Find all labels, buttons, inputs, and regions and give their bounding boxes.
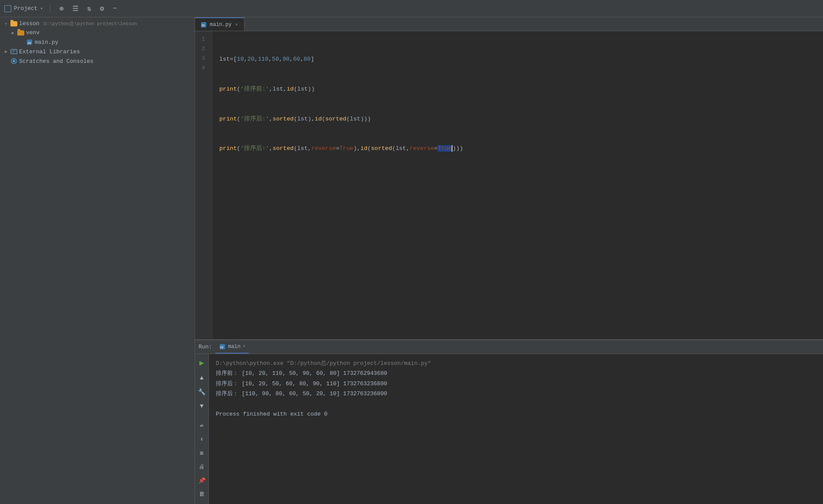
run-play-button[interactable]: ▶ [198, 357, 205, 369]
run-content: ▶ ▲ 🔧 ▼ ⇌ ⬇ ⊞ 🖨 📌 🗑 D:\python\python.exe… [195, 354, 823, 504]
toolbar: Project ▾ ⊕ ☰ ⇅ ⚙ − [0, 0, 823, 17]
sidebar: ▾ lesson D:\python总\python project\lesso… [0, 17, 195, 504]
lesson-arrow: ▾ [3, 21, 9, 26]
run-wrap-button[interactable]: ⇌ [199, 421, 205, 430]
svg-rect-2 [11, 49, 17, 54]
mainpy-label: main.py [35, 39, 59, 46]
run-up-button[interactable]: ▲ [198, 373, 205, 383]
scratch-label: Scratches and Consoles [19, 58, 94, 65]
project-dropdown-arrow: ▾ [40, 6, 43, 11]
run-download-button[interactable]: ⬇ [199, 435, 205, 444]
sidebar-item-scratches[interactable]: Scratches and Consoles [0, 56, 195, 66]
extlib-icon [10, 48, 17, 55]
tab-mainpy-label: main.py [210, 22, 231, 28]
run-pin-button[interactable]: 📌 [197, 476, 207, 485]
mainpy-file-icon: py [26, 39, 33, 46]
line-num-4: 4 [195, 63, 208, 73]
run-output-line-1: 排序前： [10, 20, 110, 50, 90, 60, 80] 17327… [216, 370, 387, 377]
line-numbers: 1 2 3 4 [195, 31, 212, 339]
add-button[interactable]: ⊕ [57, 3, 66, 14]
extlib-label: External Libraries [19, 49, 80, 55]
run-sidebar-bottom: ⇌ ⬇ ⊞ 🖨 📌 🗑 [197, 421, 207, 501]
venv-label: venv [26, 29, 39, 36]
extlib-arrow: ▶ [3, 49, 9, 54]
tab-close-button[interactable]: × [234, 22, 239, 27]
run-sidebar: ▶ ▲ 🔧 ▼ ⇌ ⬇ ⊞ 🖨 📌 🗑 [195, 354, 209, 504]
svg-point-6 [13, 60, 15, 62]
code-line-1: lst=[10,20,110,50,90,60,80] [219, 55, 816, 65]
sidebar-item-venv[interactable]: ▶ venv [0, 28, 195, 37]
venv-arrow: ▶ [10, 30, 16, 36]
run-output-line-3: 排序后： [110, 90, 80, 60, 50, 20, 10] 17327… [216, 390, 387, 397]
run-output-exit: Process finished with exit code 0 [216, 411, 327, 417]
code-content[interactable]: lst=[10,20,110,50,90,60,80] print('排序前:'… [212, 31, 823, 339]
run-print-button[interactable]: 🖨 [198, 462, 206, 471]
sidebar-item-extlibs[interactable]: ▶ External Libraries [0, 47, 195, 56]
tab-python-icon: py [200, 21, 207, 28]
run-tab-label: main [228, 344, 241, 350]
sort-button[interactable]: ⇅ [85, 3, 94, 14]
tab-mainpy[interactable]: py main.py × [195, 17, 244, 31]
code-editor[interactable]: 1 2 3 4 lst=[10,20,110,50,90,60,80] prin… [195, 31, 823, 339]
main-area: ▾ lesson D:\python总\python project\lesso… [0, 17, 823, 504]
toolbar-separator [50, 4, 50, 13]
columns-button[interactable]: ☰ [70, 3, 81, 14]
project-label: Project [14, 5, 38, 12]
project-selector[interactable]: Project ▾ [4, 5, 43, 12]
svg-text:py: py [220, 345, 224, 349]
svg-text:py: py [28, 41, 31, 45]
lesson-path: D:\python总\python project\lesson [44, 20, 137, 27]
line-num-1: 1 [195, 35, 208, 44]
run-down-button[interactable]: ▼ [198, 401, 205, 411]
venv-folder-icon [17, 30, 24, 36]
run-python-icon: py [219, 343, 226, 350]
run-tab-close[interactable]: × [243, 344, 245, 349]
bottom-panel: Run: py main × ▶ ▲ [195, 339, 823, 504]
run-cmd-line: D:\python\python.exe "D:/python总/python … [216, 360, 431, 367]
run-output-line-2: 排序后： [10, 20, 50, 60, 80, 90, 110] 17327… [216, 380, 387, 387]
editor-area: py main.py × 1 2 3 4 lst=[10,20,110,50,9… [195, 17, 823, 504]
run-tab-bar: Run: py main × [195, 340, 823, 354]
collapse-button[interactable]: − [111, 4, 119, 13]
lesson-label: lesson [19, 20, 39, 27]
svg-text:py: py [202, 23, 205, 27]
run-trash-button[interactable]: 🗑 [198, 490, 206, 499]
run-wrench-button[interactable]: 🔧 [197, 387, 207, 397]
code-line-2: print('排序前:',lst,id(lst)) [219, 85, 816, 94]
run-label: Run: [198, 344, 212, 350]
settings-button[interactable]: ⚙ [98, 3, 107, 14]
run-output: D:\python\python.exe "D:/python总/python … [209, 354, 823, 504]
scratch-icon [10, 58, 17, 65]
sidebar-item-mainpy[interactable]: py main.py [0, 37, 195, 47]
code-line-3: print('排序后:',sorted(lst),id(sorted(lst))… [219, 114, 816, 124]
editor-tab-bar: py main.py × [195, 17, 823, 31]
line-num-3: 3 [195, 54, 208, 63]
run-tab-main[interactable]: py main × [215, 340, 249, 354]
run-grid-button[interactable]: ⊞ [199, 449, 205, 458]
project-icon [4, 5, 11, 12]
sidebar-item-lesson[interactable]: ▾ lesson D:\python总\python project\lesso… [0, 19, 195, 28]
code-line-4: print('排序后:',sorted(lst,reverse=True),id… [219, 144, 816, 154]
line-num-2: 2 [195, 44, 208, 54]
lesson-folder-icon [10, 21, 17, 26]
